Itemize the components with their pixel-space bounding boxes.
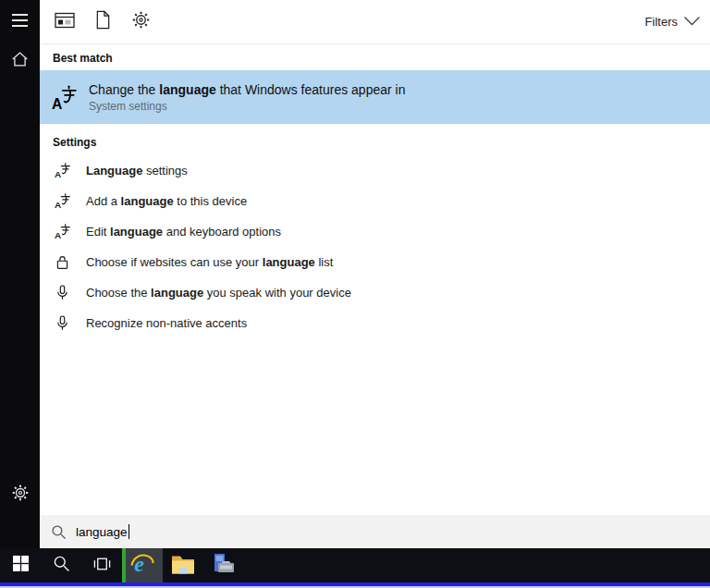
search-icon	[53, 555, 70, 576]
search-input[interactable]: language	[76, 525, 128, 539]
mic-icon	[55, 285, 70, 300]
settings-button[interactable]	[0, 474, 40, 515]
language-icon: A	[52, 85, 77, 110]
home-icon	[11, 51, 29, 71]
list-item[interactable]: A Language settings	[40, 155, 710, 186]
menu-button[interactable]	[0, 0, 40, 41]
mic-icon	[55, 315, 70, 331]
start-button[interactable]	[0, 548, 41, 582]
settings-results-list: A Language settings A	[40, 155, 710, 338]
svg-text:A: A	[55, 169, 61, 178]
ie-icon: e	[130, 551, 155, 580]
file-explorer-button[interactable]	[163, 548, 203, 582]
taskbar: e	[0, 548, 710, 588]
svg-text:A: A	[55, 200, 61, 209]
taskbar-search-button[interactable]	[41, 548, 81, 582]
internet-explorer-button[interactable]: e	[122, 548, 163, 582]
documents-filter-icon	[94, 10, 112, 33]
list-item[interactable]: A Choose if websites can use your langua…	[40, 247, 710, 277]
filters-dropdown[interactable]: Filters	[645, 15, 701, 29]
settings-filter-button[interactable]	[129, 10, 153, 34]
settings-section-header: Settings	[53, 136, 710, 149]
svg-text:A: A	[55, 230, 61, 239]
documents-filter-button[interactable]	[91, 10, 115, 34]
svg-text:A: A	[52, 95, 62, 109]
language-icon: A	[55, 193, 70, 209]
list-item[interactable]: A Add a language to this device	[40, 186, 710, 216]
devices-button[interactable]	[203, 548, 244, 582]
best-match-result[interactable]: A Change the language that Windows featu…	[40, 70, 710, 124]
list-item[interactable]: A Edit language and keyboard options	[40, 216, 710, 247]
chevron-down-icon	[683, 15, 701, 29]
search-results-panel: Filters Best match A Change the language…	[40, 0, 710, 548]
gear-icon	[12, 484, 29, 505]
search-filter-bar: Filters	[40, 0, 710, 44]
settings-filter-icon	[132, 11, 150, 32]
search-box[interactable]: language	[40, 515, 710, 548]
best-match-subtitle: System settings	[89, 100, 405, 113]
best-match-title: Change the language that Windows feature…	[89, 82, 405, 97]
list-item-label: Add a language to this device	[86, 194, 247, 208]
list-item-label: Recognize non-native accents	[86, 316, 247, 330]
task-view-button[interactable]	[81, 548, 122, 582]
start-menu-sidebar	[0, 0, 40, 548]
apps-filter-button[interactable]	[53, 10, 77, 34]
list-item[interactable]: A Recognize non-native accents	[40, 308, 710, 338]
task-view-icon	[92, 556, 112, 576]
list-item-label: Choose if websites can use your language…	[86, 255, 333, 269]
best-match-header: Best match	[53, 52, 710, 65]
apps-filter-icon	[55, 11, 75, 33]
start-icon	[13, 556, 29, 575]
text-caret	[129, 524, 129, 539]
language-icon: A	[55, 224, 70, 239]
home-button[interactable]	[0, 41, 40, 81]
list-item-label: Choose the language you speak with your …	[86, 286, 351, 300]
list-item-label: Edit language and keyboard options	[86, 225, 281, 239]
search-icon	[51, 524, 67, 540]
filters-label: Filters	[645, 15, 678, 29]
list-item[interactable]: A Choose the language you speak with you…	[40, 277, 710, 308]
hamburger-icon	[12, 14, 28, 27]
devices-icon	[212, 553, 236, 579]
language-icon: A	[55, 163, 70, 178]
list-item-label: Language settings	[86, 164, 188, 178]
file-explorer-icon	[171, 554, 195, 578]
lock-icon	[55, 254, 70, 270]
ie-active-stripe	[122, 548, 126, 582]
